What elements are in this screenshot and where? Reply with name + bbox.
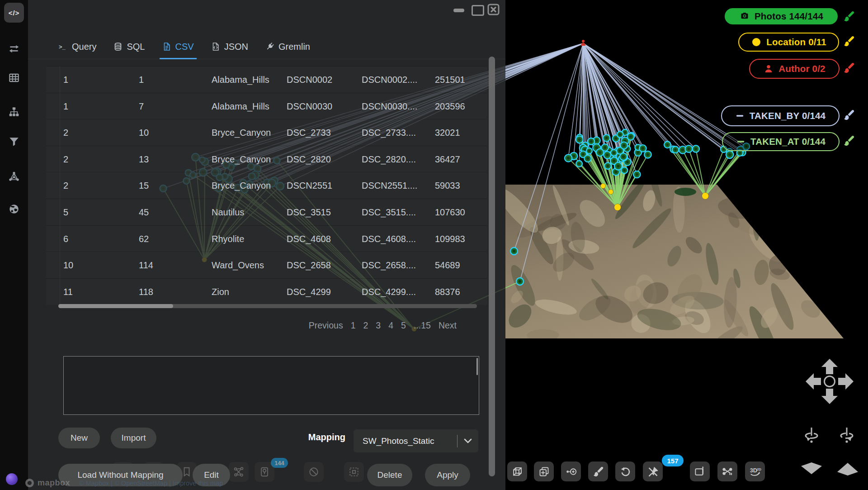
style-paintbrush-icon[interactable]: [843, 109, 855, 121]
pagination-next[interactable]: Next: [439, 320, 457, 331]
scrollbar-thumb[interactable]: [58, 304, 173, 308]
close-x-icon: [491, 8, 495, 12]
circle-icon: [751, 37, 762, 48]
table-cell: DSC_4299: [287, 279, 331, 305]
rotate-left-icon[interactable]: [806, 428, 817, 443]
close-button[interactable]: [487, 4, 500, 15]
sidebar-item-network[interactable]: [8, 171, 20, 182]
undo-button[interactable]: [615, 461, 635, 481]
cube-button[interactable]: [507, 461, 527, 481]
editor-scrollbar-thumb[interactable]: [476, 358, 478, 375]
network-graph-icon: [8, 171, 20, 182]
mapping-value: SW_Photos_Static: [354, 436, 457, 446]
mode-3d-2d-button[interactable]: 3D2D: [745, 461, 765, 481]
map-pond: [675, 188, 696, 196]
sitemap-icon: [8, 106, 20, 118]
pan-up-arrow[interactable]: [821, 359, 838, 374]
maximize-button[interactable]: [472, 5, 484, 16]
mode-3d-2d-icon: 3D2D: [749, 466, 761, 478]
tab-csv[interactable]: CSV: [162, 34, 194, 59]
sidebar-item-filter[interactable]: [8, 136, 20, 147]
table-cell: 32021: [435, 119, 460, 146]
tilt-down-icon[interactable]: [801, 462, 822, 474]
sidebar-item-map[interactable]: [8, 203, 20, 215]
pan-center[interactable]: [825, 376, 835, 387]
pagination-page[interactable]: 1: [351, 320, 356, 331]
split-links-button[interactable]: [717, 461, 737, 481]
table-cell: 114: [139, 252, 153, 278]
tab-gremlin[interactable]: Gremlin: [265, 34, 310, 59]
globe-icon: [8, 203, 20, 215]
pagination-page[interactable]: 4: [388, 320, 393, 331]
panel-vertical-scrollbar[interactable]: [489, 57, 495, 476]
mapping-label: Mapping: [281, 432, 345, 442]
pagination-page[interactable]: 5: [401, 320, 406, 331]
legend-pill-taken_at[interactable]: TAKEN_AT 0/144: [722, 132, 840, 151]
table-icon: [8, 72, 20, 84]
table-row[interactable]: 662RhyoliteDSC_4608DSC_4608....109983: [46, 225, 487, 252]
table-horizontal-scrollbar[interactable]: [58, 304, 477, 308]
table-cell: 13: [139, 146, 149, 172]
table-cell: 203596: [435, 93, 465, 119]
legend-pill-location[interactable]: Location 0/11: [738, 33, 839, 52]
tab-sql[interactable]: SQL: [113, 34, 145, 59]
notebook-pen-button[interactable]: [690, 461, 710, 481]
table-row[interactable]: 210Bryce_CanyonDSC_2733DSC_2733....32021: [46, 119, 487, 146]
paintbrush-button[interactable]: [588, 461, 608, 481]
table-row[interactable]: 215Bryce_CanyonDSCN2551DSCN2551....59033: [46, 172, 487, 199]
tab-query[interactable]: >_ Query: [59, 34, 96, 59]
sidebar-item-table[interactable]: [8, 72, 20, 84]
add-node-button[interactable]: [561, 461, 581, 481]
attribution-text[interactable]: © Mapbox | © OpenStreetMap | Improve thi…: [79, 480, 223, 487]
table-row[interactable]: 10114Ward_OvensDSC_2658DSC_2658....54689: [46, 252, 487, 278]
sidebar: </>: [0, 0, 28, 490]
import-button[interactable]: Import: [111, 428, 156, 448]
plug-icon: [265, 42, 274, 51]
pagination-previous[interactable]: Previous: [309, 320, 343, 331]
minimize-button[interactable]: [453, 9, 464, 12]
legend-pill-photos[interactable]: Photos 144/144: [725, 8, 838, 24]
camera-nav-controls[interactable]: [796, 355, 868, 487]
pan-dpad[interactable]: [806, 359, 854, 404]
sidebar-item-code[interactable]: </>: [4, 3, 24, 23]
style-paintbrush-icon[interactable]: [843, 62, 855, 74]
add-frame-button[interactable]: [534, 461, 554, 481]
table-cell: DSCN0030: [287, 93, 332, 119]
table-cell: DSCN0002: [287, 67, 332, 93]
pagination-page[interactable]: ...15: [414, 320, 431, 331]
table-row[interactable]: 11118ZionDSC_4299DSC_4299....88376: [46, 278, 487, 305]
tag-icon: [259, 466, 270, 478]
pagination-page[interactable]: 2: [363, 320, 368, 331]
tilt-up-icon[interactable]: [837, 463, 858, 476]
pan-right-arrow[interactable]: [838, 373, 854, 390]
style-paintbrush-icon[interactable]: [843, 10, 855, 23]
query-input[interactable]: [63, 356, 479, 415]
unpin-button[interactable]: [643, 461, 663, 481]
pan-left-arrow[interactable]: [806, 373, 821, 390]
table-cell: Nautilus: [212, 199, 244, 225]
tab-json[interactable]: JSON: [211, 34, 248, 59]
apply-button[interactable]: Apply: [425, 464, 470, 486]
style-paintbrush-icon[interactable]: [843, 35, 855, 48]
table-cell: 1: [139, 67, 144, 93]
delete-button[interactable]: Delete: [367, 464, 412, 486]
sidebar-item-transform[interactable]: [8, 43, 20, 55]
new-button[interactable]: New: [58, 428, 100, 448]
author-node[interactable]: [581, 40, 585, 46]
pan-down-arrow[interactable]: [821, 389, 838, 404]
pagination-page[interactable]: 3: [376, 320, 381, 331]
database-icon: [113, 42, 123, 51]
table-cell: DSC_4299....: [362, 279, 416, 305]
table-row[interactable]: 213Bryce_CanyonDSC_2820DSC_2820....36427: [46, 146, 487, 172]
table-row[interactable]: 11Alabama_HillsDSCN0002DSCN0002....25150…: [46, 66, 487, 93]
legend-pill-taken_by[interactable]: TAKEN_BY 0/144: [721, 105, 840, 126]
table-cell: 36427: [435, 146, 460, 172]
table-row[interactable]: 545NautilusDSC_3515DSC_3515....107630: [46, 199, 487, 225]
table-row[interactable]: 17Alabama_HillsDSCN0030DSCN0030....20359…: [46, 93, 487, 119]
legend-pill-author[interactable]: Author 0/2: [749, 59, 840, 79]
style-paintbrush-icon[interactable]: [843, 134, 855, 147]
rotate-right-icon[interactable]: [841, 428, 853, 443]
sidebar-item-hierarchy[interactable]: [8, 106, 20, 118]
mapping-dropdown[interactable]: SW_Photos_Static: [354, 429, 478, 452]
legend-label: Location 0/11: [766, 37, 826, 48]
